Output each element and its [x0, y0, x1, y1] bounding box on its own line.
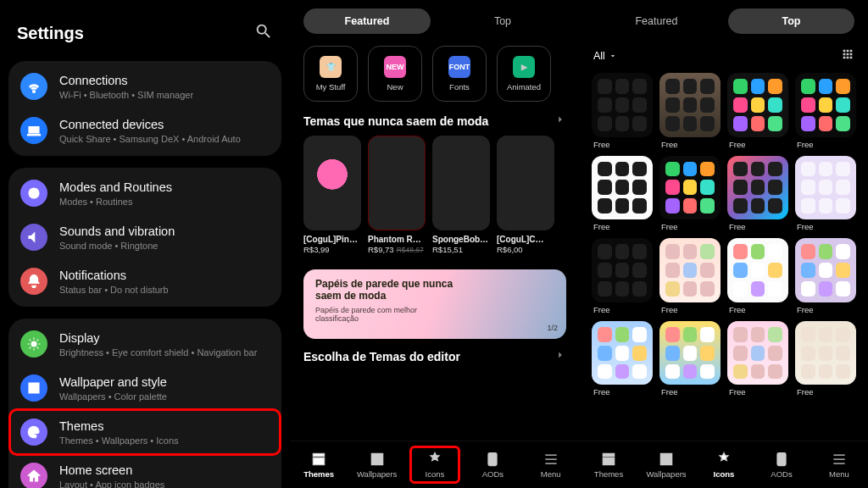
nav-wallpapers[interactable]: Wallpapers — [353, 447, 401, 482]
chevron-down-icon — [609, 52, 617, 60]
bottom-nav: ThemesWallpapersIconsAODsMenu — [580, 441, 868, 488]
tab-featured[interactable]: Featured — [303, 8, 431, 34]
banner-title: Papéis de parede que nunca saem de moda — [315, 278, 468, 302]
bell-icon — [20, 268, 47, 295]
icon-pack[interactable]: Free — [659, 238, 721, 314]
icon-pack[interactable]: Free — [795, 156, 856, 232]
themes-scroll[interactable]: [CoguL]Pink…R$3,99Phantom Re…R$9,73R$48,… — [290, 136, 580, 259]
nav-icons[interactable]: Icons — [411, 447, 459, 482]
sun-icon — [20, 330, 47, 358]
highlight-box — [409, 446, 460, 484]
icon-pack[interactable]: Free — [592, 321, 653, 397]
theme-card[interactable]: Phantom Re…R$9,73R$48,67 — [368, 136, 426, 254]
svg-rect-2 — [488, 453, 497, 466]
palette-icon — [20, 419, 47, 446]
icon-pack[interactable]: Free — [659, 321, 721, 397]
icon-pack[interactable]: Free — [795, 238, 856, 314]
category-row: 👕My StuffNEWNewFONTFonts▶Animated — [290, 42, 580, 114]
banner-pager: 1/2 — [547, 324, 558, 332]
theme-card[interactable]: [CoguL]Pink…R$3,99 — [303, 136, 361, 254]
icons-store-panel: Featured Top All FreeFreeFreeFreeFreeFre… — [580, 0, 868, 488]
chevron-right-icon[interactable] — [554, 114, 566, 129]
nav-aods[interactable]: AODs — [758, 447, 805, 482]
settings-item-display[interactable]: DisplayBrightness • Eye comfort shield •… — [8, 322, 281, 366]
wifi-icon — [20, 73, 47, 100]
category-new[interactable]: NEWNew — [368, 46, 422, 102]
section-title: Escolha de Temas do editor — [303, 350, 460, 363]
settings-item-sounds[interactable]: Sounds and vibrationSound mode • Rington… — [8, 215, 281, 259]
icon-pack[interactable]: Free — [592, 73, 653, 149]
icon-pack[interactable]: Free — [592, 238, 653, 314]
nav-themes[interactable]: Themes — [585, 447, 632, 482]
settings-item-modes[interactable]: Modes and RoutinesModes • Routines — [8, 171, 281, 215]
section-title: Temas que nunca saem de moda — [303, 114, 488, 128]
icon-pack[interactable]: Free — [795, 73, 856, 149]
icon-pack[interactable]: Free — [727, 321, 788, 397]
modes-icon — [20, 180, 47, 207]
promo-banner[interactable]: Papéis de parede que nunca saem de moda … — [303, 269, 566, 339]
sound-icon — [20, 224, 47, 251]
category-my-stuff[interactable]: 👕My Stuff — [303, 46, 358, 102]
page-title: Settings — [17, 24, 84, 43]
settings-item-wallpaper[interactable]: Wallpaper and styleWallpapers • Color pa… — [8, 366, 281, 410]
svg-point-0 — [29, 188, 39, 198]
grid-view-icon[interactable] — [841, 47, 854, 64]
settings-item-home[interactable]: Home screenLayout • App icon badges — [8, 454, 281, 488]
icon-pack[interactable]: Free — [592, 156, 653, 232]
nav-icons[interactable]: Icons — [700, 447, 748, 482]
store-tabs: Featured Top — [580, 0, 868, 42]
tab-featured[interactable]: Featured — [593, 8, 720, 34]
settings-item-notif[interactable]: NotificationsStatus bar • Do not disturb — [8, 259, 281, 303]
icon-pack[interactable]: Free — [659, 73, 721, 149]
icon-pack[interactable]: Free — [795, 321, 856, 397]
category-fonts[interactable]: FONTFonts — [432, 46, 487, 102]
svg-rect-3 — [777, 453, 786, 466]
bottom-nav: ThemesWallpapersIconsAODsMenu — [290, 441, 580, 488]
icon-pack-grid: FreeFreeFreeFreeFreeFreeFreeFreeFreeFree… — [580, 69, 868, 400]
nav-aods[interactable]: AODs — [469, 447, 516, 482]
home-icon — [20, 463, 47, 488]
store-tabs: Featured Top — [290, 0, 580, 42]
settings-panel: Settings ConnectionsWi-Fi • Bluetooth • … — [0, 0, 290, 488]
nav-menu[interactable]: Menu — [815, 447, 863, 482]
theme-card[interactable]: SpongeBob …R$15,51 — [432, 136, 490, 254]
nav-themes[interactable]: Themes — [295, 447, 342, 482]
settings-item-themes[interactable]: ThemesThemes • Wallpapers • Icons — [8, 410, 281, 454]
nav-wallpapers[interactable]: Wallpapers — [643, 447, 690, 482]
banner-subtitle: Papéis de parede com melhor classificaçã… — [315, 306, 459, 323]
category-animated[interactable]: ▶Animated — [497, 46, 551, 102]
nav-menu[interactable]: Menu — [527, 447, 575, 482]
themes-store-panel: Featured Top 👕My StuffNEWNewFONTFonts▶An… — [290, 0, 580, 488]
tab-top[interactable]: Top — [439, 8, 566, 34]
icon-pack[interactable]: Free — [659, 156, 721, 232]
settings-item-connected[interactable]: Connected devicesQuick Share • Samsung D… — [8, 108, 281, 152]
icon-pack[interactable]: Free — [727, 156, 788, 232]
settings-item-connections[interactable]: ConnectionsWi-Fi • Bluetooth • SIM manag… — [8, 64, 281, 108]
tab-top[interactable]: Top — [728, 8, 854, 34]
chevron-right-icon[interactable] — [554, 349, 566, 364]
devices-icon — [20, 117, 47, 144]
search-icon[interactable] — [254, 22, 273, 44]
icon-pack[interactable]: Free — [727, 238, 788, 314]
theme-card[interactable]: [CoguL]C…R$6,00 — [497, 136, 554, 254]
svg-point-1 — [31, 341, 36, 347]
image-icon — [20, 374, 47, 402]
icon-pack[interactable]: Free — [727, 73, 788, 149]
filter-dropdown[interactable]: All — [593, 50, 617, 62]
